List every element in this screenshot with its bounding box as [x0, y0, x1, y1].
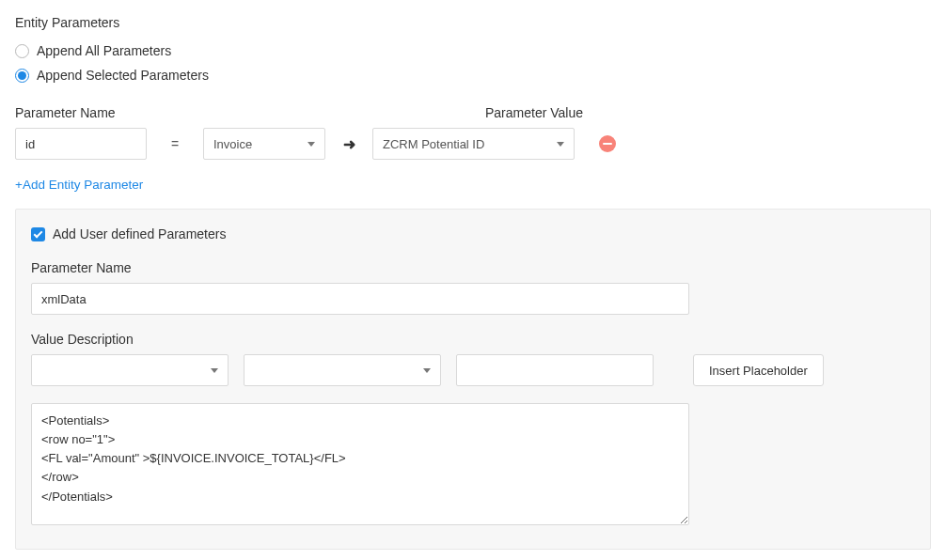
value-desc-select-2[interactable] — [244, 354, 441, 386]
user-defined-parameters-panel: Add User defined Parameters Parameter Na… — [15, 209, 931, 550]
add-entity-parameter-link[interactable]: +Add Entity Parameter — [15, 178, 143, 192]
add-user-defined-label[interactable]: Add User defined Parameters — [53, 226, 226, 241]
parameter-name-input[interactable] — [15, 128, 147, 160]
entity-type-select-value: Invoice — [213, 137, 252, 151]
add-user-defined-checkbox[interactable] — [31, 227, 45, 241]
value-description-textarea[interactable] — [31, 403, 689, 525]
chevron-down-icon — [557, 142, 564, 147]
remove-row-icon[interactable] — [599, 135, 616, 152]
chevron-down-icon — [423, 368, 431, 373]
chevron-down-icon — [307, 142, 315, 147]
append-all-radio[interactable] — [15, 44, 29, 58]
parameter-value-select[interactable]: ZCRM Potential ID — [372, 128, 575, 160]
insert-placeholder-button[interactable]: Insert Placeholder — [693, 354, 824, 386]
value-description-label: Value Description — [31, 332, 915, 347]
user-param-name-label: Parameter Name — [31, 260, 915, 275]
arrow-right-icon: ➜ — [335, 135, 363, 153]
value-desc-text-input[interactable] — [456, 354, 654, 386]
chevron-down-icon — [211, 368, 218, 373]
entity-parameters-heading: Entity Parameters — [15, 15, 931, 30]
append-selected-label[interactable]: Append Selected Parameters — [37, 68, 209, 83]
user-param-name-input[interactable] — [31, 283, 689, 315]
equals-sign: = — [156, 136, 194, 151]
parameter-name-column-label: Parameter Name — [15, 105, 485, 120]
entity-type-select[interactable]: Invoice — [203, 128, 325, 160]
append-all-label[interactable]: Append All Parameters — [37, 43, 171, 58]
parameter-value-column-label: Parameter Value — [485, 105, 583, 120]
append-mode-radio-group: Append All Parameters Append Selected Pa… — [15, 43, 931, 83]
parameter-value-select-value: ZCRM Potential ID — [383, 137, 484, 151]
value-desc-select-1[interactable] — [31, 354, 229, 386]
append-selected-radio[interactable] — [15, 69, 29, 83]
entity-parameter-row: = Invoice ➜ ZCRM Potential ID — [15, 128, 931, 160]
